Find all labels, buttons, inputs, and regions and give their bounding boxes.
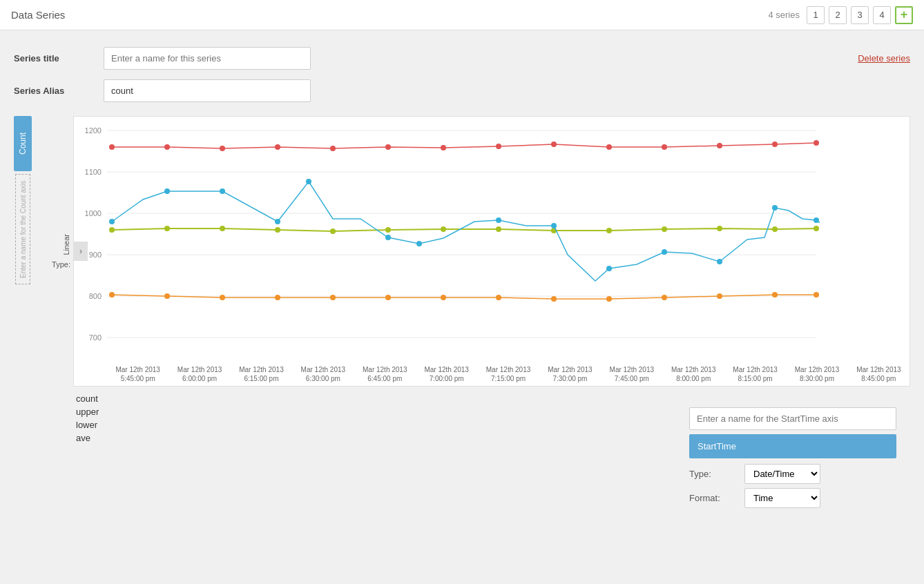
add-series-button[interactable]: + (895, 6, 913, 24)
x-label-4: Mar 12th 20136:45:00 pm (354, 365, 416, 383)
x-config-format-select[interactable]: Time Date DateTime (744, 488, 820, 508)
svg-point-29 (275, 227, 280, 233)
svg-point-67 (814, 292, 819, 298)
legend: count upper lower ave (76, 393, 99, 446)
svg-point-44 (306, 179, 311, 184)
svg-point-65 (717, 293, 722, 299)
series-button-3[interactable]: 3 (851, 6, 869, 24)
svg-point-41 (164, 188, 170, 194)
x-label-2: Mar 12th 20136:15:00 pm (231, 365, 292, 383)
y-axis-controls: Count Enter a name for the Count axis (14, 116, 32, 512)
svg-point-42 (220, 188, 225, 194)
x-label-10: Mar 12th 20138:15:00 pm (724, 365, 786, 383)
chart-canvas: › 1200 1100 1000 900 800 (73, 116, 910, 387)
svg-point-53 (814, 217, 819, 223)
svg-point-13 (164, 144, 170, 150)
svg-point-51 (717, 259, 722, 264)
y-axis-name-input[interactable]: Enter a name for the Count axis (15, 174, 30, 284)
chart-svg: 1200 1100 1000 900 800 700 (74, 117, 820, 365)
svg-point-38 (772, 226, 778, 232)
svg-point-43 (275, 219, 280, 224)
svg-point-46 (416, 241, 422, 246)
svg-point-14 (220, 146, 225, 151)
bottom-section: count upper lower ave StartTime Type: Da… (35, 393, 910, 512)
chart-with-type: Linear Type: › 1200 1100 1000 (35, 116, 910, 387)
svg-point-50 (662, 249, 667, 255)
x-axis-config: StartTime Type: Date/Time Number String … (689, 407, 896, 512)
svg-point-52 (772, 205, 778, 211)
svg-point-30 (330, 228, 336, 234)
x-config-type-select[interactable]: Date/Time Number String (744, 464, 820, 484)
series-button-4[interactable]: 4 (873, 6, 891, 24)
svg-point-61 (496, 295, 501, 300)
main-content: Series title Delete series Series Alias … (0, 30, 924, 529)
x-config-type-row: Type: Date/Time Number String (689, 464, 896, 484)
type-label-linear: Linear (62, 234, 70, 255)
svg-point-16 (330, 146, 336, 151)
legend-upper[interactable]: upper (76, 407, 99, 417)
legend-lower[interactable]: lower (76, 420, 99, 430)
x-axis-field-button[interactable]: StartTime (689, 434, 896, 458)
svg-point-25 (814, 140, 819, 146)
svg-point-48 (551, 223, 557, 228)
x-label-9: Mar 12th 20138:00:00 pm (663, 365, 724, 383)
type-label-text: Type: (52, 260, 70, 269)
svg-point-40 (109, 219, 115, 224)
series-button-2[interactable]: 2 (829, 6, 847, 24)
delete-series-link[interactable]: Delete series (858, 53, 910, 64)
svg-point-26 (109, 227, 115, 233)
svg-point-57 (275, 295, 280, 300)
svg-point-23 (717, 143, 722, 148)
svg-point-56 (220, 295, 225, 300)
svg-point-66 (772, 292, 778, 298)
svg-point-15 (275, 144, 280, 150)
svg-point-31 (385, 227, 391, 233)
svg-point-32 (441, 226, 446, 232)
svg-point-22 (662, 144, 667, 150)
svg-point-47 (496, 217, 501, 223)
series-alias-input[interactable] (104, 79, 311, 102)
x-axis-labels: Mar 12th 20135:45:00 pm Mar 12th 20136:0… (107, 365, 909, 386)
y-axis-tab[interactable]: Count (14, 116, 32, 171)
x-label-11: Mar 12th 20138:30:00 pm (786, 365, 847, 383)
svg-point-19 (496, 144, 501, 149)
svg-point-21 (606, 144, 612, 150)
svg-point-59 (385, 295, 391, 300)
chart-area: Linear Type: › 1200 1100 1000 (35, 116, 910, 512)
x-config-format-row: Format: Time Date DateTime (689, 488, 896, 508)
series-alias-label: Series Alias (14, 86, 104, 96)
x-label-5: Mar 12th 20137:00:00 pm (416, 365, 477, 383)
svg-text:1000: 1000 (85, 209, 102, 217)
svg-point-63 (606, 296, 612, 302)
svg-point-27 (164, 226, 170, 231)
series-title-input[interactable] (104, 47, 311, 70)
chart-chevron-btn[interactable]: › (74, 242, 88, 261)
svg-point-62 (551, 296, 557, 302)
svg-point-28 (220, 226, 225, 231)
series-button-1[interactable]: 1 (807, 6, 825, 24)
svg-point-64 (662, 295, 667, 300)
series-title-row: Series title Delete series (14, 47, 910, 70)
svg-point-39 (814, 226, 819, 231)
svg-text:800: 800 (89, 292, 102, 300)
svg-text:700: 700 (89, 333, 102, 342)
series-nav: 4 series 1 2 3 4 + (768, 6, 913, 24)
x-config-type-label: Type: (689, 469, 744, 479)
legend-count[interactable]: count (76, 393, 99, 404)
svg-point-54 (109, 292, 115, 298)
svg-point-49 (606, 266, 612, 271)
svg-point-35 (606, 228, 612, 233)
x-label-1: Mar 12th 20136:00:00 pm (169, 365, 230, 383)
header: Data Series 4 series 1 2 3 4 + (0, 0, 924, 30)
page-title: Data Series (11, 9, 65, 21)
svg-point-55 (164, 293, 170, 299)
x-label-8: Mar 12th 20137:45:00 pm (601, 365, 662, 383)
legend-ave[interactable]: ave (76, 433, 99, 443)
svg-text:1200: 1200 (85, 126, 102, 135)
svg-point-12 (109, 144, 115, 150)
x-axis-name-input[interactable] (689, 407, 896, 430)
x-config-format-label: Format: (689, 493, 744, 503)
series-count: 4 series (768, 10, 800, 20)
x-label-12: Mar 12th 20138:45:00 pm (848, 365, 909, 383)
svg-point-58 (330, 295, 336, 300)
